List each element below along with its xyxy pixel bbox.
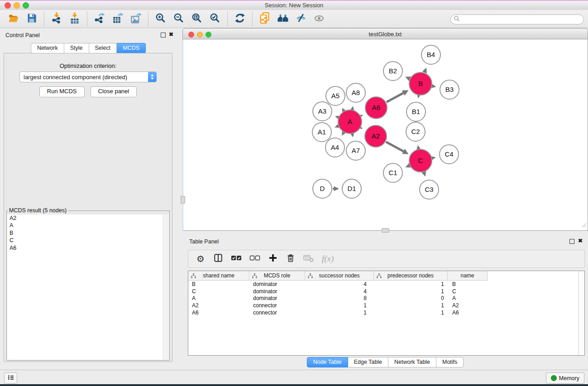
tab-select[interactable]: Select bbox=[89, 43, 117, 53]
node-C3[interactable]: C3 bbox=[420, 180, 439, 199]
select-all-checkboxes-icon bbox=[231, 254, 242, 263]
node-A6[interactable]: A6 bbox=[365, 97, 387, 119]
node-A[interactable]: A bbox=[338, 110, 362, 133]
zoom-out-button[interactable] bbox=[170, 11, 188, 27]
node-B2[interactable]: B2 bbox=[383, 62, 402, 81]
node-A7[interactable]: A7 bbox=[346, 141, 365, 160]
refresh-button[interactable] bbox=[231, 11, 249, 27]
svg-text:A1: A1 bbox=[318, 128, 326, 136]
tab-style[interactable]: Style bbox=[64, 43, 89, 53]
close-panel-icon[interactable]: ✖ bbox=[169, 31, 173, 38]
criterion-dropdown[interactable]: largest connected component (directed) bbox=[19, 71, 157, 82]
column-header-predecessor-nodes[interactable]: predecessor nodes bbox=[374, 271, 448, 281]
float-table-panel-icon[interactable] bbox=[569, 239, 574, 244]
node-A2[interactable]: A2 bbox=[365, 125, 387, 147]
run-mcds-button[interactable]: Run MCDS bbox=[39, 86, 85, 97]
svg-text:B4: B4 bbox=[427, 51, 435, 58]
node-A3[interactable]: A3 bbox=[313, 102, 332, 121]
table-row-a2[interactable]: A2connector11A2 bbox=[188, 302, 579, 309]
save-button[interactable] bbox=[23, 11, 41, 27]
edge-D-D1[interactable] bbox=[333, 186, 339, 191]
zoom-selected-icon bbox=[210, 13, 220, 25]
add-row-button[interactable] bbox=[268, 253, 278, 264]
settings-gear-button[interactable]: ⚙ bbox=[196, 253, 206, 264]
node-A1[interactable]: A1 bbox=[312, 123, 331, 142]
control-panel-tabs: NetworkStyleSelectMCDS bbox=[0, 43, 177, 53]
network-canvas[interactable]: B4B2BB3A5A8A6B1A3AC2A1A2A4A7C4CC1C3DD1 bbox=[182, 39, 588, 231]
result-item-a[interactable]: A bbox=[7, 222, 169, 229]
node-D1[interactable]: D1 bbox=[342, 179, 361, 198]
open-folder-button[interactable] bbox=[5, 11, 23, 27]
result-item-b[interactable]: B bbox=[7, 229, 169, 237]
memory-button[interactable]: Memory bbox=[546, 372, 584, 384]
function-builder-button[interactable]: f(x) bbox=[322, 253, 334, 264]
zoom-fit-button[interactable] bbox=[188, 11, 206, 27]
node-A8[interactable]: A8 bbox=[346, 83, 365, 102]
resize-grip-icon[interactable] bbox=[580, 221, 587, 229]
column-header-shared-name[interactable]: shared name bbox=[188, 271, 249, 281]
node-B3[interactable]: B3 bbox=[440, 80, 459, 99]
search-input[interactable] bbox=[460, 15, 583, 24]
table-panel: Table Panel ✖ ⚙f(x) shared nameMCDS role… bbox=[182, 234, 588, 370]
delete-row-button[interactable] bbox=[286, 253, 296, 264]
tab-network[interactable]: Network bbox=[31, 43, 64, 53]
close-table-panel-icon[interactable]: ✖ bbox=[578, 238, 583, 244]
add-row-icon bbox=[268, 253, 277, 264]
table-panel-title: Table Panel bbox=[189, 238, 219, 245]
tab-motifs[interactable]: Motifs bbox=[436, 357, 464, 367]
export-network-button[interactable] bbox=[91, 11, 109, 27]
hide-eye-icon bbox=[295, 13, 307, 25]
table-body: Bdominator41BCdominator41CAdominator80AA… bbox=[188, 281, 579, 355]
home-button[interactable] bbox=[274, 11, 292, 27]
tab-node-table[interactable]: Node Table bbox=[307, 357, 348, 367]
result-item-a6[interactable]: A6 bbox=[7, 244, 169, 252]
zoom-in-button[interactable] bbox=[152, 11, 170, 27]
table-row-b[interactable]: Bdominator41B bbox=[188, 281, 579, 288]
mcds-result-list[interactable]: A2ABCA6 bbox=[7, 214, 169, 360]
close-panel-button[interactable]: Close panel bbox=[91, 86, 137, 97]
desktop-background bbox=[0, 384, 588, 386]
zoom-selected-button[interactable] bbox=[206, 11, 224, 27]
svg-text:D1: D1 bbox=[347, 185, 356, 192]
result-item-c[interactable]: C bbox=[7, 237, 169, 244]
table-row-a6[interactable]: A6connector11A6 bbox=[188, 309, 579, 316]
result-scrollbar[interactable] bbox=[163, 214, 169, 360]
import-network-button[interactable] bbox=[48, 11, 66, 27]
table-row-a[interactable]: Adominator80A bbox=[188, 295, 579, 302]
column-header-successor-nodes[interactable]: successor nodes bbox=[305, 271, 374, 281]
float-panel-icon[interactable] bbox=[161, 33, 166, 38]
hide-eye-button[interactable] bbox=[292, 11, 310, 27]
splitter-handle-left[interactable] bbox=[181, 196, 185, 204]
export-image-button[interactable] bbox=[127, 11, 145, 27]
node-A4[interactable]: A4 bbox=[325, 138, 344, 157]
tab-network-table[interactable]: Network Table bbox=[388, 357, 436, 367]
node-D[interactable]: D bbox=[313, 179, 332, 198]
edge-A6-B[interactable] bbox=[387, 90, 409, 102]
node-C1[interactable]: C1 bbox=[383, 163, 402, 182]
network-snapshot-button[interactable] bbox=[256, 11, 274, 27]
node-C[interactable]: C bbox=[409, 149, 432, 172]
node-B4[interactable]: B4 bbox=[421, 45, 440, 64]
column-layout-button[interactable] bbox=[213, 253, 223, 264]
tab-mcds[interactable]: MCDS bbox=[117, 43, 146, 53]
splitter-handle-bottom[interactable] bbox=[382, 228, 389, 233]
show-panels-button[interactable] bbox=[4, 372, 17, 384]
cell-name: B bbox=[448, 281, 488, 287]
column-header-name[interactable]: name bbox=[448, 271, 488, 281]
edge-A2-C[interactable] bbox=[386, 142, 409, 154]
table-row-c[interactable]: Cdominator41C bbox=[188, 288, 579, 295]
select-all-checkboxes-button[interactable] bbox=[231, 253, 242, 264]
tab-edge-table[interactable]: Edge Table bbox=[348, 357, 388, 367]
table-scrollbar[interactable] bbox=[578, 271, 584, 355]
result-item-a2[interactable]: A2 bbox=[7, 214, 169, 222]
import-table-button[interactable] bbox=[66, 11, 84, 27]
show-eye-button[interactable] bbox=[310, 11, 328, 27]
export-table-button[interactable] bbox=[109, 11, 127, 27]
column-header-MCDS-role[interactable]: MCDS role bbox=[249, 271, 305, 281]
node-B[interactable]: B bbox=[409, 72, 432, 95]
node-A5[interactable]: A5 bbox=[326, 86, 345, 105]
node-B1[interactable]: B1 bbox=[406, 102, 425, 121]
node-C4[interactable]: C4 bbox=[440, 145, 459, 164]
node-C2[interactable]: C2 bbox=[406, 122, 425, 141]
unselect-all-checkboxes-button[interactable] bbox=[249, 253, 260, 264]
